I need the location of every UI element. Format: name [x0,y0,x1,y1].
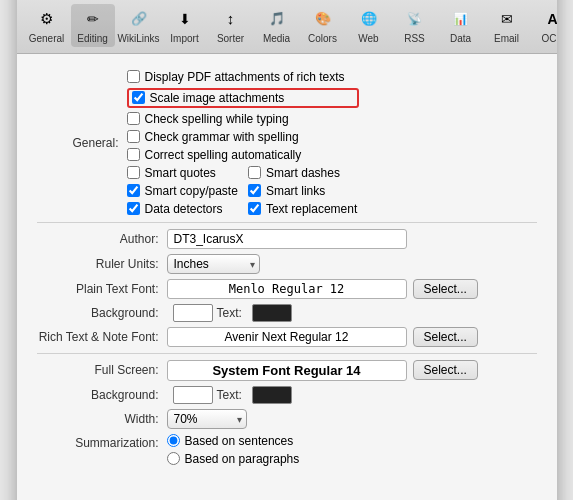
smart-dashes-checkbox[interactable] [248,166,261,179]
plain-text-font-label: Plain Text Font: [37,282,167,296]
smart-quotes-checkbox[interactable] [127,166,140,179]
full-screen-row: Full Screen: System Font Regular 14 Sele… [37,360,537,381]
spell-label: Check spelling while typing [145,112,289,126]
general-icon [35,7,59,31]
toolbar-label-rss: RSS [404,33,425,44]
ruler-units-select[interactable]: Inches Centimeters Points Picas [167,254,260,274]
import-icon [173,7,197,31]
smart-dashes-label: Smart dashes [266,166,340,180]
summarization-sentences-radio[interactable] [167,434,180,447]
toolbar-item-general[interactable]: General [25,4,69,47]
ruler-units-row: Ruler Units: Inches Centimeters Points P… [37,254,537,274]
text-replacement-row: Text replacement [248,202,359,216]
autocorrect-label: Correct spelling automatically [145,148,302,162]
ocr-icon [541,7,557,31]
text-replacement-label: Text replacement [266,202,357,216]
rich-text-font-value: Avenir Next Regular 12 [225,330,349,344]
smart-links-label: Smart links [266,184,325,198]
summarization-paragraphs-radio[interactable] [167,452,180,465]
pdf-label: Display PDF attachments of rich texts [145,70,345,84]
rich-text-font-display: Avenir Next Regular 12 [167,327,407,347]
summarization-options: Based on sentences Based on paragraphs [167,434,300,466]
ruler-units-label: Ruler Units: [37,257,167,271]
editing-icon [81,7,105,31]
toolbar: General Editing WikiLinks Import Sorter … [17,0,557,54]
smart-copy-row: Smart copy/paste [127,184,238,198]
toolbar-label-web: Web [358,33,378,44]
width-select[interactable]: 50% 60% 70% 80% 90% 100% [167,409,247,429]
summarization-row: Summarization: Based on sentences Based … [37,434,537,466]
full-screen-font-value: System Font Regular 14 [212,363,360,378]
toolbar-item-sorter[interactable]: Sorter [209,4,253,47]
full-screen-bg-swatch[interactable] [173,386,213,404]
data-detectors-label: Data detectors [145,202,223,216]
toolbar-item-rss[interactable]: RSS [393,4,437,47]
scale-label: Scale image attachments [150,91,285,105]
scale-checkbox-row: Scale image attachments [127,88,360,108]
data-detectors-row: Data detectors [127,202,238,216]
toolbar-item-ocr[interactable]: OCR [531,4,557,47]
toolbar-item-web[interactable]: Web [347,4,391,47]
plain-text-font-row: Plain Text Font: Menlo Regular 12 Select… [37,279,537,299]
grammar-checkbox[interactable] [127,130,140,143]
toolbar-label-sorter: Sorter [217,33,244,44]
summarization-paragraphs-row: Based on paragraphs [167,452,300,466]
grammar-checkbox-row: Check grammar with spelling [127,130,360,144]
bottom-bar: ? [17,487,557,501]
autocorrect-checkbox-row: Correct spelling automatically [127,148,360,162]
full-screen-text-swatch[interactable] [252,386,292,404]
full-screen-select-button[interactable]: Select... [413,360,478,380]
divider-1 [37,222,537,223]
toolbar-label-import: Import [170,33,198,44]
grammar-label: Check grammar with spelling [145,130,299,144]
width-select-wrapper: 50% 60% 70% 80% 90% 100% [167,409,247,429]
rich-text-font-row: Rich Text & Note Font: Avenir Next Regul… [37,327,537,347]
scale-checkbox[interactable] [132,91,145,104]
toolbar-item-import[interactable]: Import [163,4,207,47]
summarization-sentences-label: Based on sentences [185,434,294,448]
colors-icon [311,7,335,31]
toolbar-label-general: General [29,33,65,44]
web-icon [357,7,381,31]
summarization-paragraphs-label: Based on paragraphs [185,452,300,466]
toolbar-item-wikilinks[interactable]: WikiLinks [117,4,161,47]
full-screen-bg-row: Background: Text: [37,386,537,404]
author-input[interactable] [167,229,407,249]
toolbar-label-editing: Editing [77,33,108,44]
summarization-label: Summarization: [37,434,167,450]
smart-quotes-row: Smart quotes [127,166,238,180]
wikilinks-icon [127,7,151,31]
smart-links-checkbox[interactable] [248,184,261,197]
sorter-icon [219,7,243,31]
toolbar-item-email[interactable]: Email [485,4,529,47]
plain-text-font-display: Menlo Regular 12 [167,279,407,299]
data-detectors-checkbox[interactable] [127,202,140,215]
toolbar-item-colors[interactable]: Colors [301,4,345,47]
toolbar-item-data[interactable]: Data [439,4,483,47]
toolbar-item-media[interactable]: Media [255,4,299,47]
rich-text-font-label: Rich Text & Note Font: [37,330,167,344]
general-label: General: [37,136,127,150]
autocorrect-checkbox[interactable] [127,148,140,161]
preferences-window: Editing General Editing WikiLinks Import… [17,0,557,500]
general-checkboxes: Display PDF attachments of rich texts Sc… [127,70,360,216]
toolbar-item-editing[interactable]: Editing [71,4,115,47]
smart-quotes-label: Smart quotes [145,166,216,180]
plain-text-text-swatch[interactable] [252,304,292,322]
plain-text-font-select-button[interactable]: Select... [413,279,478,299]
rich-text-font-select-button[interactable]: Select... [413,327,478,347]
divider-2 [37,353,537,354]
pdf-checkbox-row: Display PDF attachments of rich texts [127,70,360,84]
toolbar-label-wikilinks: WikiLinks [117,33,159,44]
toolbar-label-ocr: OCR [541,33,556,44]
smart-links-row: Smart links [248,184,359,198]
spell-checkbox[interactable] [127,112,140,125]
plain-text-bg-swatch[interactable] [173,304,213,322]
text-replacement-checkbox[interactable] [248,202,261,215]
smart-dashes-row: Smart dashes [248,166,359,180]
author-field-label: Author: [37,232,167,246]
toolbar-label-colors: Colors [308,33,337,44]
rss-icon [403,7,427,31]
pdf-checkbox[interactable] [127,70,140,83]
smart-copy-checkbox[interactable] [127,184,140,197]
